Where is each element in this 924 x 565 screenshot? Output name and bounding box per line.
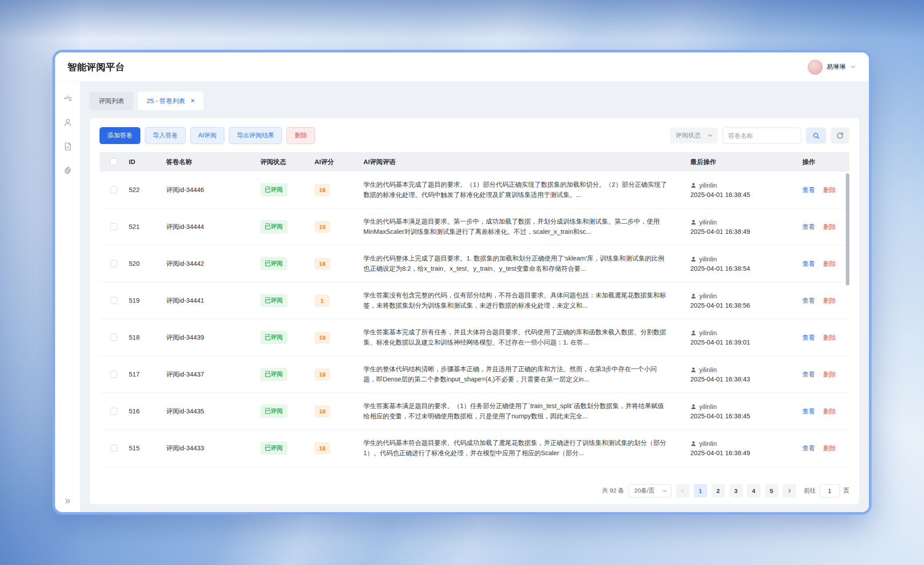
chevron-down-icon	[707, 132, 713, 139]
page-button-3[interactable]: 3	[729, 484, 743, 497]
delete-link[interactable]: 删除	[823, 186, 836, 194]
avatar	[808, 60, 823, 75]
operator-name: yilinlin	[699, 256, 717, 263]
ai-review-button[interactable]: AI评阅	[190, 127, 224, 144]
page-size-select[interactable]: 20条/页	[629, 484, 672, 497]
row-comment: 学生的代码整体上完成了题目要求。1. 数据集的加载和划分正确使用了'sklear…	[363, 253, 668, 274]
gear-icon[interactable]	[63, 165, 72, 175]
table-row: 522 评阅id-34446 已评阅 18 学生的代码基本完成了题目的要求。（1…	[100, 172, 849, 208]
answer-name-input[interactable]	[722, 128, 801, 144]
document-check-icon[interactable]	[63, 141, 72, 151]
person-icon	[690, 367, 697, 373]
row-comment: 学生的代码基本符合题目要求。代码成功加载了鸢尾花数据集，并正确进行了训练集和测试…	[363, 438, 668, 459]
user-menu[interactable]: 易琳琳	[808, 60, 857, 75]
status-badge: 已评阅	[260, 183, 287, 196]
status-badge: 已评阅	[260, 441, 287, 455]
column-header-status: 评阅状态	[255, 158, 307, 166]
tab-answer-list[interactable]: 25 - 答卷列表 ×	[138, 92, 203, 110]
goto-page-input[interactable]	[820, 484, 840, 497]
delete-link[interactable]: 删除	[823, 370, 836, 379]
view-link[interactable]: 查看	[802, 260, 815, 268]
tab-label: 评阅列表	[99, 97, 124, 105]
import-answer-button[interactable]: 导入答卷	[145, 127, 186, 144]
operator-name: yilinlin	[699, 329, 717, 337]
chevron-left-icon	[680, 488, 686, 494]
person-icon	[690, 330, 697, 336]
app-header: 智能评阅平台 易琳琳	[55, 52, 869, 82]
select-all-checkbox[interactable]	[110, 158, 117, 165]
export-results-button[interactable]: 导出评阅结果	[229, 127, 282, 144]
status-badge: 已评阅	[260, 331, 287, 344]
main-panel: 添加答卷 导入答卷 AI评阅 导出评阅结果 删除 评阅状态	[90, 118, 859, 504]
operator-name: yilinlin	[699, 182, 717, 189]
status-badge: 已评阅	[260, 368, 287, 381]
select-placeholder: 评阅状态	[676, 132, 701, 140]
delete-link[interactable]: 删除	[823, 333, 836, 342]
tab-review-list[interactable]: 评阅列表	[90, 92, 133, 110]
row-checkbox[interactable]	[110, 186, 117, 193]
view-link[interactable]: 查看	[802, 333, 815, 342]
row-checkbox[interactable]	[110, 371, 117, 378]
delete-link[interactable]: 删除	[823, 444, 836, 453]
chevron-down-icon	[662, 488, 668, 494]
operation-time: 2025-04-01 16:39:01	[690, 339, 750, 346]
row-comment: 学生的整体代码结构清晰，步骤基本正确，并且适用了正确的库和方法。然而，在第3步中…	[363, 364, 668, 385]
score-badge: 1	[315, 295, 330, 307]
row-checkbox[interactable]	[110, 260, 117, 267]
table-header: ID 答卷名称 评阅状态 AI评分 AI评阅评语 最后操作 操作	[100, 152, 849, 172]
table-row: 521 评阅id-34444 已评阅 15 学生的代码基本满足题目要求。第一步中…	[100, 208, 849, 245]
delete-link[interactable]: 删除	[823, 297, 836, 305]
delete-link[interactable]: 删除	[823, 407, 836, 416]
view-link[interactable]: 查看	[802, 223, 815, 231]
delete-link[interactable]: 删除	[823, 223, 836, 231]
table-row: 518 评阅id-34439 已评阅 18 学生答案基本完成了所有任务，并且大体…	[100, 319, 849, 356]
answers-table: ID 答卷名称 评阅状态 AI评分 AI评阅评语 最后操作 操作 522 评阅i…	[100, 152, 849, 478]
operator-name: yilinlin	[699, 219, 717, 226]
search-button[interactable]	[806, 128, 826, 144]
user-icon[interactable]	[63, 117, 72, 127]
checklist-icon[interactable]	[63, 93, 72, 103]
score-badge: 18	[315, 332, 330, 344]
close-icon[interactable]: ×	[191, 97, 195, 104]
row-comment: 学生答案没有包含完整的代码，仅有部分结构，不符合题目要求。具体问题包括：未加载鸢…	[363, 290, 668, 311]
desktop-background: 智能评阅平台 易琳琳	[0, 0, 924, 565]
chevron-down-icon	[850, 64, 856, 70]
column-header-last-op: 最后操作	[689, 158, 800, 166]
row-checkbox[interactable]	[110, 334, 117, 341]
prev-page-button[interactable]	[676, 484, 689, 497]
row-checkbox[interactable]	[110, 297, 117, 304]
row-comment: 学生的代码基本完成了题目的要求。（1）部分代码正确实现了数据集的加载和切分。（2…	[363, 180, 668, 200]
page-button-1[interactable]: 1	[694, 484, 707, 497]
next-page-button[interactable]	[783, 484, 796, 497]
column-header-name: 答卷名称	[160, 158, 255, 166]
score-badge: 18	[315, 405, 330, 417]
row-id: 520	[123, 260, 160, 267]
page-button-2[interactable]: 2	[712, 484, 725, 497]
scrollbar-thumb[interactable]	[846, 173, 849, 285]
view-link[interactable]: 查看	[802, 444, 815, 453]
page-button-4[interactable]: 4	[747, 484, 761, 497]
score-badge: 18	[315, 258, 330, 270]
page-button-5[interactable]: 5	[765, 484, 778, 497]
row-id: 516	[123, 408, 160, 415]
row-name: 评阅id-34441	[160, 297, 255, 305]
view-link[interactable]: 查看	[802, 370, 815, 379]
status-badge: 已评阅	[260, 294, 287, 307]
view-link[interactable]: 查看	[802, 297, 815, 305]
refresh-button[interactable]	[831, 128, 849, 144]
row-checkbox[interactable]	[110, 445, 117, 452]
row-checkbox[interactable]	[110, 223, 117, 230]
row-name: 评阅id-34433	[160, 444, 255, 453]
view-link[interactable]: 查看	[802, 407, 815, 416]
operation-time: 2025-04-01 16:38:45	[690, 413, 750, 420]
operation-time: 2025-04-01 16:38:54	[690, 265, 750, 272]
row-checkbox[interactable]	[110, 408, 117, 415]
delete-link[interactable]: 删除	[823, 260, 836, 268]
review-status-select[interactable]: 评阅状态	[670, 128, 718, 144]
person-icon	[690, 404, 697, 410]
sidebar-expand-icon[interactable]	[64, 497, 72, 505]
delete-button[interactable]: 删除	[287, 127, 315, 144]
view-link[interactable]: 查看	[802, 186, 815, 194]
user-name: 易琳琳	[827, 63, 846, 71]
add-answer-button[interactable]: 添加答卷	[100, 127, 140, 144]
